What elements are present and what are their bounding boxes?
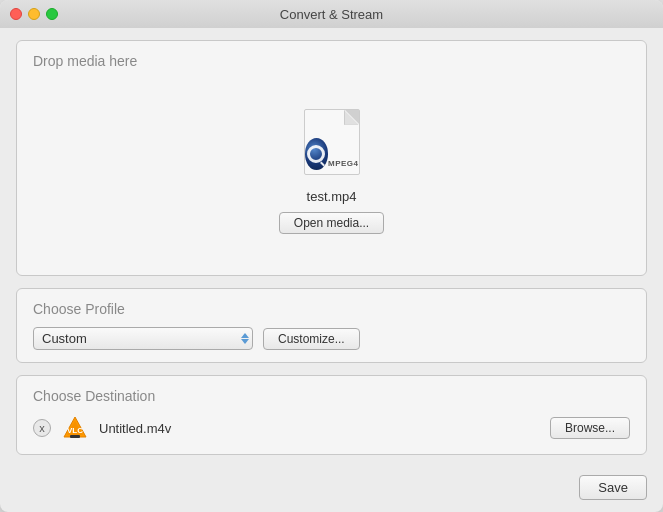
drop-media-section[interactable]: Drop media here MPEG4 test.mp4 Open medi… [16,40,647,276]
profile-select-wrapper[interactable]: Custom Video for YouTube Video - H.264 +… [33,327,253,350]
destination-filename: Untitled.m4v [99,421,540,436]
profile-row: Custom Video for YouTube Video - H.264 +… [33,327,630,350]
drop-content-area[interactable]: MPEG4 test.mp4 Open media... [33,79,630,263]
profile-select[interactable]: Custom Video for YouTube Video - H.264 +… [33,327,253,350]
destination-row: x VLC Untitled.m4v Browse... [33,414,630,442]
destination-section-title: Choose Destination [33,388,630,404]
title-bar: Convert & Stream [0,0,663,28]
content-area: Drop media here MPEG4 test.mp4 Open medi… [0,28,663,467]
quicktime-circle [305,138,328,170]
main-window: Convert & Stream Drop media here MPEG4 t… [0,0,663,512]
choose-profile-section: Choose Profile Custom Video for YouTube … [16,288,647,363]
open-media-button[interactable]: Open media... [279,212,384,234]
file-page: MPEG4 [304,109,360,175]
svg-text:VLC: VLC [67,426,83,435]
svg-rect-2 [70,435,80,438]
close-button[interactable] [10,8,22,20]
minimize-button[interactable] [28,8,40,20]
save-button[interactable]: Save [579,475,647,500]
quicktime-q [307,145,325,163]
browse-button[interactable]: Browse... [550,417,630,439]
maximize-button[interactable] [46,8,58,20]
window-controls [10,8,58,20]
media-filename: test.mp4 [307,189,357,204]
footer: Save [0,467,663,512]
vlc-icon: VLC [61,414,89,442]
remove-destination-button[interactable]: x [33,419,51,437]
profile-section-title: Choose Profile [33,301,630,317]
mpeg4-badge: MPEG4 [328,159,359,168]
choose-destination-section: Choose Destination x VLC Untitled.m4v Br… [16,375,647,455]
drop-section-title: Drop media here [33,53,630,69]
window-title: Convert & Stream [280,7,383,22]
file-icon: MPEG4 [302,109,362,181]
customize-button[interactable]: Customize... [263,328,360,350]
